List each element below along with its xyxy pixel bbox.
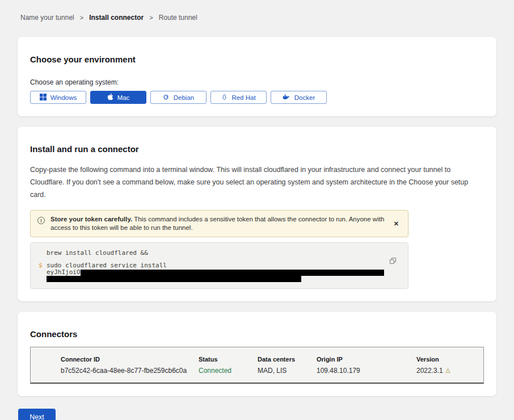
redhat-icon bbox=[221, 94, 227, 102]
warning-text: Store your token carefully. This command… bbox=[50, 215, 386, 232]
connectors-card: Connectors Connector ID Status Data cent… bbox=[18, 312, 496, 396]
shell-prompt: $ bbox=[39, 262, 47, 269]
col-header-connector-id: Connector ID bbox=[61, 356, 199, 363]
col-header-data-centers: Data centers bbox=[258, 356, 317, 363]
os-button-mac[interactable]: Mac bbox=[90, 91, 146, 104]
breadcrumb: Name your tunnel > Install connector > R… bbox=[0, 0, 514, 22]
code-line-1: brew install cloudflared && bbox=[39, 249, 400, 257]
os-button-label: Windows bbox=[50, 94, 77, 101]
choose-environment-card: Choose your environment Choose an operat… bbox=[18, 37, 496, 116]
warning-triangle-icon: ⚠ bbox=[445, 367, 451, 374]
os-button-row: Windows Mac Debian Red Hat Docker bbox=[30, 91, 484, 104]
connectors-table: Connector ID Status Data centers Origin … bbox=[30, 347, 484, 384]
apple-icon bbox=[107, 93, 113, 102]
code-text: brew install cloudflared && bbox=[47, 249, 148, 257]
os-select-label: Choose an operating system: bbox=[30, 78, 484, 86]
table-header-row: Connector ID Status Data centers Origin … bbox=[61, 356, 478, 363]
cell-connector-id: b7c52c42-6caa-48ee-8c77-fbe259cb6c0a bbox=[61, 367, 199, 375]
install-card-title: Install and run a connector bbox=[30, 144, 484, 154]
footer: Next bbox=[18, 409, 514, 420]
redaction-bar bbox=[81, 270, 384, 276]
os-button-label: Mac bbox=[117, 94, 130, 101]
cell-version: 2022.3.1⚠ bbox=[416, 367, 478, 375]
table-row: b7c52c42-6caa-48ee-8c77-fbe259cb6c0a Con… bbox=[61, 367, 478, 375]
os-button-label: Red Hat bbox=[231, 94, 255, 101]
warning-title: Store your token carefully. bbox=[50, 216, 132, 222]
col-header-origin-ip: Origin IP bbox=[317, 356, 416, 363]
environment-card-title: Choose your environment bbox=[30, 54, 484, 65]
os-button-docker[interactable]: Docker bbox=[271, 91, 327, 104]
code-line-token-1: eyJhIjoiO bbox=[39, 269, 400, 276]
col-header-status: Status bbox=[199, 356, 258, 363]
breadcrumb-route-tunnel[interactable]: Route tunnel bbox=[159, 14, 197, 22]
connectors-card-title: Connectors bbox=[30, 329, 484, 339]
os-button-label: Debian bbox=[174, 94, 194, 101]
code-line-token-2 bbox=[39, 276, 400, 282]
windows-icon bbox=[40, 94, 47, 102]
cell-status: Connected bbox=[199, 367, 258, 375]
token-prefix: eyJhIjoiO bbox=[47, 269, 81, 276]
breadcrumb-separator: > bbox=[80, 14, 83, 21]
redaction-bar bbox=[47, 276, 301, 282]
code-line-2: $ sudo cloudflared service install bbox=[39, 262, 400, 269]
cell-origin-ip: 109.48.10.179 bbox=[317, 367, 416, 375]
alert-circle-icon: ! bbox=[37, 217, 45, 224]
cell-data-centers: MAD, LIS bbox=[258, 367, 317, 375]
token-text: eyJhIjoiO bbox=[47, 269, 384, 276]
install-connector-card: Install and run a connector Copy-paste t… bbox=[18, 127, 496, 301]
install-command-code-block: brew install cloudflared && $ sudo cloud… bbox=[30, 242, 408, 289]
close-icon[interactable]: ✕ bbox=[391, 219, 401, 229]
breadcrumb-separator: > bbox=[149, 14, 153, 21]
token-warning-banner: ! Store your token carefully. This comma… bbox=[30, 210, 408, 237]
debian-icon bbox=[163, 94, 170, 102]
breadcrumb-name-your-tunnel[interactable]: Name your tunnel bbox=[20, 14, 74, 22]
col-header-version: Version bbox=[416, 356, 478, 363]
next-button[interactable]: Next bbox=[18, 409, 56, 420]
os-button-windows[interactable]: Windows bbox=[30, 91, 86, 104]
os-button-label: Docker bbox=[294, 94, 315, 101]
version-value: 2022.3.1 bbox=[416, 367, 443, 375]
install-description: Copy-paste the following command into a … bbox=[30, 163, 484, 201]
docker-icon bbox=[283, 94, 290, 101]
os-button-debian[interactable]: Debian bbox=[150, 91, 207, 104]
copy-icon[interactable] bbox=[390, 258, 398, 266]
breadcrumb-install-connector[interactable]: Install connector bbox=[89, 14, 144, 22]
os-button-redhat[interactable]: Red Hat bbox=[210, 91, 267, 104]
